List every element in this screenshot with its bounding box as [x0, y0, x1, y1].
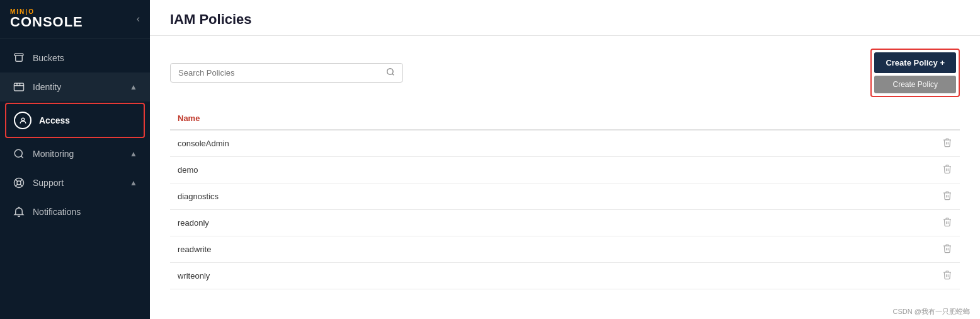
delete-icon[interactable]: [942, 165, 952, 176]
buckets-icon: [13, 52, 25, 64]
create-policy-secondary-button[interactable]: Create Policy: [874, 76, 956, 93]
delete-icon[interactable]: [942, 218, 952, 229]
logo: MIN|O CONSOLE: [10, 9, 83, 29]
sidebar-item-identity-label: Identity: [33, 82, 122, 92]
support-icon: [13, 177, 25, 189]
svg-point-14: [387, 69, 393, 74]
page-title: IAM Policies: [170, 11, 960, 28]
create-policy-button[interactable]: Create Policy +: [874, 52, 956, 73]
delete-cell: [930, 130, 960, 157]
sidebar-item-notifications[interactable]: Notifications: [0, 197, 150, 226]
search-input[interactable]: [178, 68, 386, 78]
sidebar-logo: MIN|O CONSOLE ‹: [0, 0, 150, 38]
column-actions-header: [930, 107, 960, 130]
notifications-icon: [13, 206, 25, 218]
create-policy-wrapper: Create Policy + Create Policy: [870, 49, 960, 97]
svg-line-7: [21, 156, 23, 158]
sidebar: MIN|O CONSOLE ‹ Buckets: [0, 0, 150, 319]
policy-name: diagnostics: [170, 183, 930, 210]
sidebar-item-support-label: Support: [33, 178, 122, 188]
sidebar-nav: Buckets Identity ▲: [0, 38, 150, 319]
svg-point-9: [17, 181, 21, 185]
policy-name: demo: [170, 157, 930, 183]
delete-cell: [930, 157, 960, 183]
svg-line-11: [20, 184, 22, 186]
toolbar: Create Policy + Create Policy: [170, 49, 960, 97]
identity-icon: [13, 81, 25, 93]
watermark: CSDN @我有一只肥螳螂: [150, 304, 980, 319]
support-chevron-icon: ▲: [130, 178, 137, 187]
svg-point-6: [14, 149, 22, 157]
sidebar-item-access-label: Access: [39, 115, 70, 125]
svg-line-15: [392, 74, 394, 76]
access-icon: [14, 112, 31, 129]
access-active-wrapper: Access: [5, 103, 145, 138]
sidebar-item-buckets[interactable]: Buckets: [0, 44, 150, 72]
monitoring-chevron-icon: ▲: [130, 149, 137, 158]
delete-icon[interactable]: [942, 139, 952, 149]
table-row: writeonly: [170, 263, 960, 289]
svg-line-12: [20, 180, 22, 182]
column-name-header: Name: [170, 107, 930, 130]
identity-chevron-icon: ▲: [130, 83, 137, 91]
delete-cell: [930, 236, 960, 263]
sidebar-item-identity[interactable]: Identity ▲: [0, 72, 150, 102]
collapse-sidebar-icon[interactable]: ‹: [137, 13, 140, 25]
svg-rect-1: [14, 83, 24, 91]
sidebar-item-access[interactable]: Access: [6, 104, 144, 137]
policy-name: writeonly: [170, 263, 930, 289]
policy-name: readwrite: [170, 236, 930, 263]
delete-cell: [930, 210, 960, 236]
logo-console: CONSOLE: [10, 15, 83, 29]
main-content: IAM Policies Create Policy + Create Poli…: [150, 0, 980, 319]
table-row: diagnostics: [170, 183, 960, 210]
svg-line-10: [16, 180, 18, 182]
delete-cell: [930, 263, 960, 289]
sidebar-item-support[interactable]: Support ▲: [0, 168, 150, 197]
sidebar-item-monitoring[interactable]: Monitoring ▲: [0, 139, 150, 168]
table-row: consoleAdmin: [170, 130, 960, 157]
sidebar-item-notifications-label: Notifications: [33, 207, 137, 217]
table-row: readonly: [170, 210, 960, 236]
delete-icon[interactable]: [942, 245, 952, 255]
create-policy-highlight: Create Policy + Create Policy: [870, 49, 960, 97]
table-row: readwrite: [170, 236, 960, 263]
svg-rect-0: [14, 54, 23, 55]
main-body: Create Policy + Create Policy Name conso…: [150, 36, 980, 304]
svg-line-13: [16, 184, 18, 186]
policy-name: consoleAdmin: [170, 130, 930, 157]
delete-cell: [930, 183, 960, 210]
monitoring-icon: [13, 148, 25, 160]
sidebar-item-buckets-label: Buckets: [33, 53, 137, 63]
sidebar-item-monitoring-label: Monitoring: [33, 149, 122, 159]
policy-name: readonly: [170, 210, 930, 236]
table-row: demo: [170, 157, 960, 183]
search-box: [170, 63, 403, 83]
delete-icon[interactable]: [942, 192, 952, 202]
search-icon[interactable]: [386, 67, 395, 78]
policies-table: Name consoleAdmin demo: [170, 107, 960, 289]
page-header: IAM Policies: [150, 0, 980, 36]
delete-icon[interactable]: [942, 271, 952, 282]
svg-point-5: [21, 118, 24, 120]
